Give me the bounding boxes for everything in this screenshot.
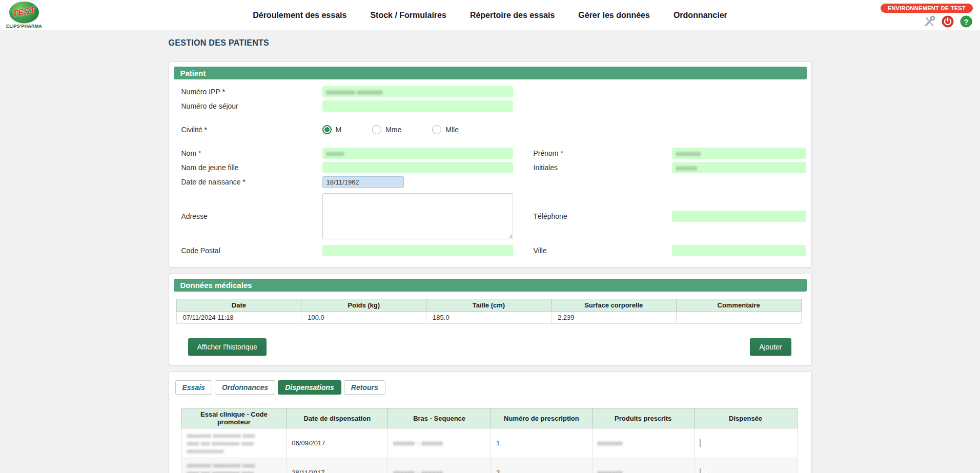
tab-retours[interactable]: Retours [344,380,385,395]
ville-input[interactable] [672,245,806,256]
tabs-card: Essais Ordonnances Dispensations Retours… [169,372,812,473]
bras-sequence-redacted: xxxxxx - xxxxxx [393,469,443,473]
afficher-historique-button[interactable]: Afficher l'historique [188,338,267,356]
nom-value-redacted: xxxxx [326,150,344,157]
produits-prescrits-redacted: xxxxxxx [598,439,623,447]
ipp-label: Numéro IPP * [181,88,322,96]
civilite-option-mme[interactable]: Mme [372,125,401,134]
ipp-input[interactable]: xxxxxxxx-xxxxxxx [322,86,513,97]
ipp-value-redacted: xxxxxxxx-xxxxxxx [326,88,383,96]
nav-item-ordonnancier[interactable]: Ordonnancier [673,11,727,20]
app-logo[interactable]: TEST ELIPS'PHARMA [6,2,42,29]
produits-prescrits-redacted: xxxxxxx [598,469,623,473]
initiales-input[interactable]: xxxxxx [672,162,806,173]
tab-ordonnances[interactable]: Ordonnances [215,380,275,395]
initiales-value-redacted: xxxxxx [676,164,698,172]
tab-bar: Essais Ordonnances Dispensations Retours [175,380,807,395]
patient-section-header: Patient [174,67,807,79]
radio-unselected-icon[interactable] [372,125,381,134]
dispensation-date: 28/11/2017 [287,458,388,473]
dispensation-row[interactable]: xxxxxxxx xxxxxxxxx xxxx xxxx xxx xxxxxxx… [181,428,797,458]
medical-col-poids: Poids (kg) [301,299,426,312]
civilite-option-m[interactable]: M [322,125,342,134]
civilite-label: Civilité * [181,126,322,134]
patient-form: Numéro IPP * xxxxxxxx-xxxxxxx Numéro de … [174,85,807,258]
nom-input[interactable]: xxxxx [322,148,513,159]
telephone-input[interactable] [672,211,806,222]
medical-cell-taille: 185.0 [426,312,552,324]
nav-item-stock-formulaires[interactable]: Stock / Formulaires [370,11,446,20]
nom-label: Nom * [181,149,322,157]
logo-ellipse-icon: TEST [9,2,39,23]
civilite-option-m-label: M [336,126,342,134]
prenom-label: Prénom * [534,149,672,157]
code-postal-input[interactable] [322,245,513,256]
logo-subtitle: ELIPS'PHARMA [6,24,42,29]
svg-text:?: ? [964,17,968,26]
nav-item-gerer-les-donnees[interactable]: Gérer les données [578,11,650,20]
page-title: GESTION DES PATIENTS [169,30,812,48]
logo-test-text: TEST [12,5,36,19]
essai-code-redacted: xxxxxxxx xxxxxxxxx xxxx xxxx xxx xxxxxxx… [187,462,255,473]
page-content: GESTION DES PATIENTS Patient Numéro IPP … [0,30,980,473]
dispensation-date: 06/09/2017 [287,428,388,458]
civilite-option-mlle[interactable]: Mlle [432,125,459,134]
jeune-fille-label: Nom de jeune fille [181,163,322,172]
telephone-label: Téléphone [534,212,672,220]
naissance-label: Date de naissance * [181,178,322,186]
disp-col-produits: Produits prescrits [592,408,694,428]
numero-prescription: 2 [491,458,593,473]
jeune-fille-input[interactable] [322,162,513,173]
tab-essais[interactable]: Essais [175,380,212,395]
medical-table-row[interactable]: 07/11/2024 11:18 100.0 185.0 2,239 [176,312,801,324]
disp-col-date: Date de dispensation [287,408,388,428]
disp-col-numero: Numéro de prescription [491,408,593,428]
donnees-medicales-card: Données médicales Date Poids (kg) Taille… [169,274,812,365]
prenom-value-redacted: xxxxxxx [676,150,701,157]
dispensed-checkbox[interactable] [700,468,701,473]
environment-badge: ENVIRONNEMENT DE TEST [881,4,973,13]
prenom-input[interactable]: xxxxxxx [672,148,806,159]
sejour-label: Numéro de séjour [181,102,322,110]
medical-col-surface: Surface corporelle [551,299,676,312]
medical-data-table: Date Poids (kg) Taille (cm) Surface corp… [176,299,802,324]
dispensed-checkbox[interactable] [700,439,701,447]
title-divider [169,54,812,54]
medical-cell-surface: 2,239 [551,312,676,324]
dispensations-table: Essai clinique - Code promoteur Date de … [181,408,798,473]
tab-dispensations[interactable]: Dispensations [278,380,341,395]
medical-col-commentaire: Commentaire [676,299,801,312]
medical-cell-date: 07/11/2024 11:18 [176,312,301,324]
civilite-radio-group: M Mme Mlle [322,125,459,134]
ville-label: Ville [534,246,672,255]
nav-item-deroulement-des-essais[interactable]: Déroulement des essais [253,11,346,20]
medical-cell-commentaire [676,312,801,324]
power-icon[interactable] [941,15,954,28]
disp-col-bras: Bras - Sequence [388,408,491,428]
disp-col-essai: Essai clinique - Code promoteur [181,408,287,428]
patient-card: Patient Numéro IPP * xxxxxxxx-xxxxxxx Nu… [169,61,812,268]
donnees-medicales-section-header: Données médicales [174,279,807,292]
ajouter-button[interactable]: Ajouter [750,338,791,356]
sejour-input[interactable] [322,100,513,112]
radio-selected-icon[interactable] [322,125,332,134]
medical-col-taille: Taille (cm) [426,299,552,312]
numero-prescription: 1 [491,428,593,458]
bras-sequence-redacted: xxxxxx - xxxxxx [393,439,443,447]
help-icon[interactable]: ? [959,15,973,28]
naissance-input[interactable]: 18/11/1962 [322,176,404,188]
nav-item-repertoire-des-essais[interactable]: Répertoire des essais [470,11,555,20]
adresse-label: Adresse [181,212,322,220]
radio-unselected-icon[interactable] [432,125,441,134]
dispensation-row[interactable]: xxxxxxxx xxxxxxxxx xxxx xxxx xxx xxxxxxx… [181,458,797,473]
civilite-option-mme-label: Mme [385,126,401,134]
disp-col-dispensee: Dispensée [694,408,797,428]
medical-col-date: Date [176,299,301,312]
tools-icon[interactable] [923,15,936,28]
adresse-textarea[interactable] [322,193,513,239]
medical-cell-poids: 100.0 [301,312,426,324]
initiales-label: Initiales [534,163,672,172]
civilite-option-mlle-label: Mlle [445,126,459,134]
essai-code-redacted: xxxxxxxx xxxxxxxxx xxxx xxxx xxx xxxxxxx… [187,433,255,454]
code-postal-label: Code Postal [181,246,322,255]
